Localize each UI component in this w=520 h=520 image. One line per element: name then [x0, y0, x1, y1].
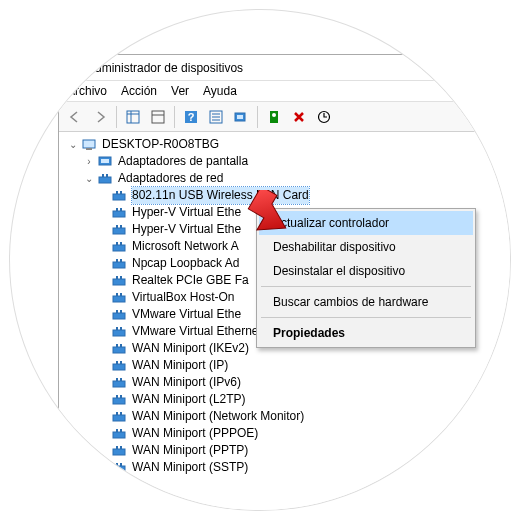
toolbar-update-button[interactable] — [312, 105, 336, 129]
svg-rect-35 — [113, 245, 125, 251]
network-adapter-icon — [111, 308, 127, 322]
network-adapter-icon — [111, 461, 127, 475]
toolbar-scan-button[interactable] — [229, 105, 253, 129]
tree-category-label: Adaptadores de pantalla — [118, 153, 248, 170]
ctx-separator — [261, 286, 471, 287]
svg-rect-72 — [116, 446, 118, 449]
tree-category-display[interactable]: › Adaptadores de pantalla — [67, 153, 510, 170]
menu-file[interactable]: Archivo — [67, 84, 107, 98]
svg-rect-31 — [120, 208, 122, 211]
network-adapter-icon — [111, 410, 127, 424]
tree-device-item[interactable]: WAN Miniport (IP) — [67, 357, 510, 374]
menu-action[interactable]: Acción — [121, 84, 157, 98]
svg-rect-28 — [120, 191, 122, 194]
svg-rect-47 — [113, 313, 125, 319]
toolbar-details-button[interactable] — [204, 105, 228, 129]
network-adapter-icon — [111, 342, 127, 356]
tree-device-item[interactable]: WAN Miniport (PPTP) — [67, 442, 510, 459]
tree-device-label: Hyper-V Virtual Ethe — [132, 221, 241, 238]
svg-rect-1 — [68, 64, 78, 69]
tree-device-label: Npcap Loopback Ad — [132, 255, 239, 272]
svg-rect-56 — [113, 364, 125, 370]
ctx-update-driver[interactable]: Actualizar controlador — [259, 211, 473, 235]
svg-rect-49 — [120, 310, 122, 313]
svg-rect-52 — [120, 327, 122, 330]
ctx-properties[interactable]: Propiedades — [259, 321, 473, 345]
svg-rect-2 — [70, 72, 76, 74]
svg-rect-43 — [120, 276, 122, 279]
tree-device-label: VirtualBox Host-On — [132, 289, 235, 306]
svg-rect-54 — [116, 344, 118, 347]
context-menu: Actualizar controlador Deshabilitar disp… — [256, 208, 476, 348]
network-adapter-icon — [111, 359, 127, 373]
svg-rect-40 — [120, 259, 122, 262]
expand-toggle-icon[interactable]: ⌄ — [67, 139, 79, 151]
tree-device-label: WAN Miniport (PPPOE) — [132, 425, 258, 442]
tree-device-label: WAN Miniport (Network Monitor) — [132, 408, 304, 425]
svg-rect-37 — [120, 242, 122, 245]
network-adapter-icon — [111, 189, 127, 203]
tree-root-label: DESKTOP-R0O8TBG — [102, 136, 219, 153]
tree-device-label: WAN Miniport (IP) — [132, 357, 228, 374]
titlebar: Administrador de dispositivos — [59, 55, 510, 81]
network-adapter-icon — [111, 325, 127, 339]
tree-device-label: WAN Miniport (L2TP) — [132, 391, 246, 408]
svg-rect-19 — [83, 140, 95, 148]
ctx-uninstall-device[interactable]: Desinstalar el dispositivo — [259, 259, 473, 283]
svg-rect-55 — [120, 344, 122, 347]
tree-device-item[interactable]: WAN Miniport (PPPOE) — [67, 425, 510, 442]
toolbar-add-legacy-button[interactable] — [262, 105, 286, 129]
tree-device-item[interactable]: WAN Miniport (IPv6) — [67, 374, 510, 391]
tree-category-network[interactable]: ⌄ Adaptadores de red — [67, 170, 510, 187]
ctx-separator — [261, 317, 471, 318]
menu-view[interactable]: Ver — [171, 84, 189, 98]
svg-rect-46 — [120, 293, 122, 296]
display-adapter-icon — [97, 155, 113, 169]
svg-rect-33 — [116, 225, 118, 228]
tree-device-label: WAN Miniport (IPv6) — [132, 374, 241, 391]
svg-rect-53 — [113, 347, 125, 353]
expand-toggle-icon[interactable]: › — [83, 156, 95, 168]
toolbar-forward-button[interactable] — [88, 105, 112, 129]
svg-rect-48 — [116, 310, 118, 313]
svg-rect-59 — [113, 381, 125, 387]
tree-root[interactable]: ⌄ DESKTOP-R0O8TBG — [67, 136, 510, 153]
svg-rect-42 — [116, 276, 118, 279]
toolbar-properties-button[interactable] — [146, 105, 170, 129]
ctx-disable-device[interactable]: Deshabilitar dispositivo — [259, 235, 473, 259]
svg-rect-23 — [99, 177, 111, 183]
tree-device-item[interactable]: 802.11n USB Wireless LAN Card — [67, 187, 510, 204]
svg-rect-66 — [116, 412, 118, 415]
svg-rect-3 — [127, 111, 139, 123]
svg-rect-25 — [106, 174, 108, 177]
svg-rect-70 — [120, 429, 122, 432]
toolbar-uninstall-button[interactable] — [287, 105, 311, 129]
tree-device-label: WAN Miniport (PPTP) — [132, 442, 248, 459]
toolbar-help-button[interactable]: ? — [179, 105, 203, 129]
ctx-scan-hardware[interactable]: Buscar cambios de hardware — [259, 290, 473, 314]
svg-point-17 — [272, 113, 276, 117]
tree-device-label: Hyper-V Virtual Ethe — [132, 204, 241, 221]
svg-rect-69 — [116, 429, 118, 432]
window-title: Administrador de dispositivos — [87, 61, 243, 75]
svg-rect-68 — [113, 432, 125, 438]
svg-rect-76 — [120, 463, 122, 466]
svg-rect-65 — [113, 415, 125, 421]
svg-text:?: ? — [188, 111, 195, 123]
tree-device-item[interactable]: WAN Miniport (SSTP) — [67, 459, 510, 476]
tree-device-item[interactable]: WAN Miniport (Network Monitor) — [67, 408, 510, 425]
toolbar-show-tree-button[interactable] — [121, 105, 145, 129]
tree-device-item[interactable]: WAN Miniport (L2TP) — [67, 391, 510, 408]
tree-device-label: WAN Miniport (IKEv2) — [132, 340, 249, 357]
toolbar-separator — [174, 106, 175, 128]
expand-toggle-icon[interactable]: ⌄ — [83, 173, 95, 185]
svg-rect-36 — [116, 242, 118, 245]
svg-rect-38 — [113, 262, 125, 268]
toolbar-separator — [257, 106, 258, 128]
tree-device-label: Microsoft Network A — [132, 238, 239, 255]
computer-icon — [81, 138, 97, 152]
menu-help[interactable]: Ayuda — [203, 84, 237, 98]
svg-rect-60 — [116, 378, 118, 381]
network-adapter-icon — [111, 240, 127, 254]
toolbar-back-button[interactable] — [63, 105, 87, 129]
